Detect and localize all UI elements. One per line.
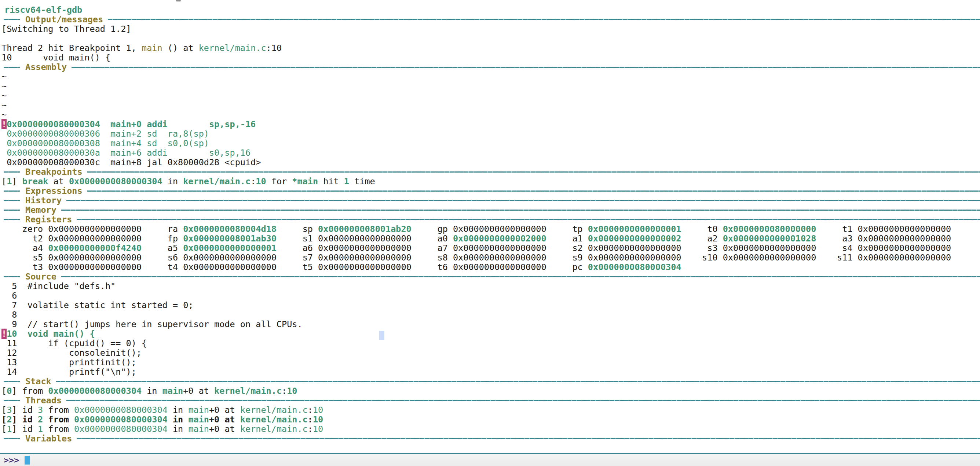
register-a0: a0 0x0000000000002000 [427, 233, 546, 244]
register-t6-value: 0x0000000000000000 [453, 262, 546, 272]
divider-line [108, 19, 980, 20]
register-sp: sp 0x000000008001ab20 [292, 224, 411, 234]
section-label-stack: Stack [25, 377, 51, 386]
asm-line: 0x000000008000030a main+6 addi s0,sp,16 [0, 148, 980, 157]
source-line: 9 // start() jumps here in supervisor mo… [0, 319, 980, 329]
register-t5: t5 0x0000000000000000 [292, 262, 411, 272]
register-s5: s5 0x0000000000000000 [22, 252, 142, 263]
register-s9-value: 0x0000000000000000 [588, 252, 681, 263]
section-label-registers: Registers [25, 215, 72, 224]
divider-line [4, 276, 20, 277]
register-t3-value: 0x0000000000000000 [48, 262, 142, 272]
source-line: 6 [0, 291, 980, 300]
register-a6-value: 0x0000000000000000 [318, 243, 412, 253]
register-a7: a7 0x0000000000000000 [427, 243, 546, 253]
register-t2: t2 0x0000000000000000 [22, 233, 142, 244]
register-sp-value: 0x000000008001ab20 [318, 224, 412, 234]
empty-marker-line: ~ [0, 72, 980, 81]
register-a3: a3 0x0000000000000000 [832, 233, 951, 244]
breakpoint-marker: ! [2, 329, 6, 339]
empty-marker-line: ~ [0, 81, 980, 91]
register-a1-value: 0x0000000000000002 [588, 233, 681, 244]
divider-line [76, 219, 980, 220]
gdb-title: riscv64-elf-gdb [0, 5, 980, 15]
divider-line [72, 67, 980, 68]
register-tp: tp 0x0000000000000001 [562, 224, 681, 234]
register-t1: t1 0x0000000000000000 [832, 224, 951, 234]
register-a4: a4 0x00000000000f4240 [22, 243, 142, 253]
section-divider-history: History [0, 196, 980, 205]
register-t5-value: 0x0000000000000000 [318, 262, 412, 272]
registers-row: a4 0x00000000000f4240 a5 0x0000000000000… [0, 243, 980, 253]
asm-line: 0x000000008000030c main+8 jal 0x80000d28… [0, 157, 980, 167]
terminal-window: riscv64-elf-gdbOutput/messages[Switching… [0, 0, 980, 466]
register-gp: gp 0x0000000000000000 [427, 224, 546, 234]
register-a2: a2 0x0000000000001028 [697, 233, 816, 244]
register-fp: fp 0x000000008001ab30 [157, 233, 276, 244]
divider-line [4, 381, 20, 382]
divider-line [4, 219, 20, 220]
register-pc: pc 0x0000000080000304 [562, 262, 681, 272]
register-a6: a6 0x0000000000000000 [292, 243, 411, 253]
register-s11-value: 0x0000000000000000 [858, 252, 951, 263]
divider-line [4, 190, 20, 192]
section-divider-registers: Registers [0, 215, 980, 224]
register-s6-value: 0x0000000000000000 [183, 252, 277, 263]
register-ra-value: 0x0000000080004d18 [183, 224, 277, 234]
section-divider-stack: Stack [0, 377, 980, 386]
source-line: 14 printf("\n"); [0, 367, 980, 377]
register-s9: s9 0x0000000000000000 [562, 252, 681, 263]
window-edge-artifact [176, 0, 181, 2]
register-t0-value: 0x0000000080000000 [723, 224, 816, 234]
registers-row: zero 0x0000000000000000 ra 0x00000000800… [0, 224, 980, 234]
divider-line [66, 400, 980, 401]
register-s7: s7 0x0000000000000000 [292, 252, 411, 263]
register-a3-value: 0x0000000000000000 [858, 233, 951, 244]
register-t4-value: 0x0000000000000000 [183, 262, 277, 272]
thread-entry: [1] id 1 from 0x0000000080000304 in main… [0, 424, 980, 434]
divider-line [4, 400, 20, 401]
source-line: 5 #include "defs.h" [0, 281, 980, 291]
asm-line-current: !0x0000000080000304 main+0 addi sp,sp,-1… [0, 119, 980, 129]
divider-line [61, 209, 980, 211]
register-s3: s3 0x0000000000000000 [697, 243, 816, 253]
section-divider-output-messages: Output/messages [0, 15, 980, 24]
section-divider-breakpoints: Breakpoints [0, 167, 980, 177]
register-s10-value: 0x0000000000000000 [723, 252, 816, 263]
register-fp-value: 0x000000008001ab30 [183, 233, 277, 244]
output-message: [Switching to Thread 1.2] [0, 24, 980, 34]
register-a1: a1 0x0000000000000002 [562, 233, 681, 244]
prompt-bar[interactable]: >>> [0, 454, 980, 466]
asm-line: 0x0000000080000308 main+4 sd s0,0(sp) [0, 138, 980, 148]
divider-line [87, 171, 980, 173]
divider-line [4, 67, 20, 68]
source-line: 7 volatile static int started = 0; [0, 300, 980, 310]
register-s8: s8 0x0000000000000000 [427, 252, 546, 263]
gdb-dashboard-output: riscv64-elf-gdbOutput/messages[Switching… [0, 5, 980, 453]
section-label-threads: Threads [25, 396, 62, 405]
section-label-breakpoints: Breakpoints [25, 167, 83, 177]
register-a5-value: 0x0000000000000001 [183, 243, 277, 253]
register-ra: ra 0x0000000080004d18 [157, 224, 276, 234]
register-a5: a5 0x0000000000000001 [157, 243, 276, 253]
register-a0-value: 0x0000000000002000 [453, 233, 546, 244]
register-s11: s11 0x0000000000000000 [832, 252, 951, 263]
register-a4-value: 0x00000000000f4240 [48, 243, 142, 253]
section-label-variables: Variables [25, 434, 72, 443]
section-label-output-messages: Output/messages [25, 15, 103, 24]
register-t2-value: 0x0000000000000000 [48, 233, 142, 244]
register-zero: zero 0x0000000000000000 [22, 224, 142, 234]
divider-line [66, 200, 980, 201]
divider-line [87, 190, 980, 192]
empty-marker-line: ~ [0, 91, 980, 100]
breakpoint-marker: ! [2, 119, 6, 129]
breakpoint-entry: [1] break at 0x0000000080000304 in kerne… [0, 177, 980, 186]
register-t6: t6 0x0000000000000000 [427, 262, 546, 272]
thread-entry: [3] id 3 from 0x0000000080000304 in main… [0, 405, 980, 415]
register-s10: s10 0x0000000000000000 [697, 252, 816, 263]
divider-line [4, 209, 20, 211]
selection-highlight [379, 331, 384, 340]
register-gp-value: 0x0000000000000000 [453, 224, 546, 234]
register-zero-value: 0x0000000000000000 [48, 224, 142, 234]
empty-marker-line: ~ [0, 110, 980, 119]
